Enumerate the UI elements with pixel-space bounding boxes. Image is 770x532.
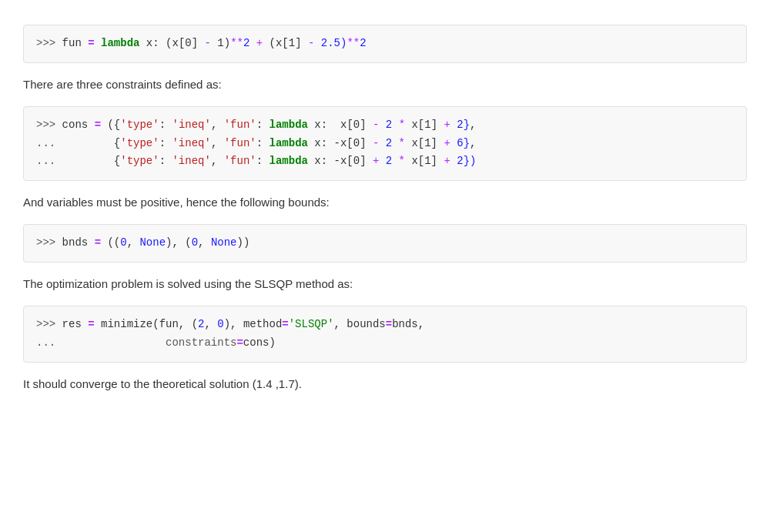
code-cons: >>> cons = ({'type': 'ineq', 'fun': lamb… [23,106,747,181]
line-res1: >>> res = minimize(fun, (2, 0), method='… [36,316,734,334]
page-container: >>> fun = lambda x: (x[0] - 1)**2 + (x[1… [23,25,747,393]
line-cons1: >>> cons = ({'type': 'ineq', 'fun': lamb… [36,116,734,135]
line-bnds: >>> bnds = ((0, None), (0, None)) [36,234,734,253]
text-constraints: There are three constraints defined as: [23,75,747,94]
line-res2: ... constraints=cons) [36,334,734,353]
line-cons3: ... {'type': 'ineq', 'fun': lambda x: -x… [36,152,734,171]
text-slsqp: The optimization problem is solved using… [23,275,747,293]
code-fun: >>> fun = lambda x: (x[0] - 1)**2 + (x[1… [23,25,747,63]
code-res: >>> res = minimize(fun, (2, 0), method='… [23,306,747,363]
line-fun: >>> fun = lambda x: (x[0] - 1)**2 + (x[1… [36,35,734,53]
line-cons2: ... {'type': 'ineq', 'fun': lambda x: -x… [36,135,734,153]
text-converge: It should converge to the theoretical so… [23,375,747,393]
code-bnds: >>> bnds = ((0, None), (0, None)) [23,224,747,263]
text-bounds: And variables must be positive, hence th… [23,193,747,212]
